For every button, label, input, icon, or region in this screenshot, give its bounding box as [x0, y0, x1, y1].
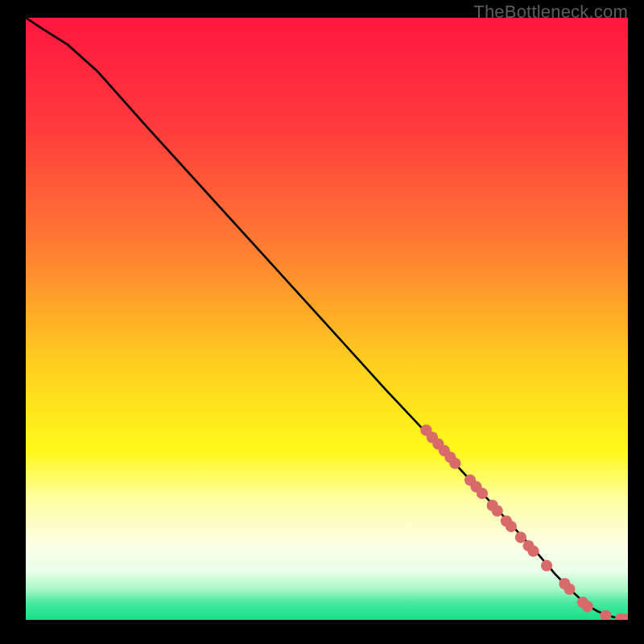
data-marker — [564, 584, 575, 595]
curve-line — [26, 18, 628, 619]
chart-frame: TheBottleneck.com — [0, 0, 644, 644]
plot-area — [26, 18, 628, 620]
data-marker — [582, 601, 593, 612]
data-marker — [449, 457, 460, 469]
data-marker — [527, 546, 539, 557]
data-marker — [600, 610, 611, 620]
data-marker — [515, 531, 526, 543]
data-marker — [477, 488, 488, 499]
data-marker — [492, 506, 503, 517]
curve-markers — [420, 424, 628, 620]
chart-svg — [26, 18, 628, 620]
data-marker — [506, 521, 517, 532]
data-marker — [541, 560, 552, 572]
